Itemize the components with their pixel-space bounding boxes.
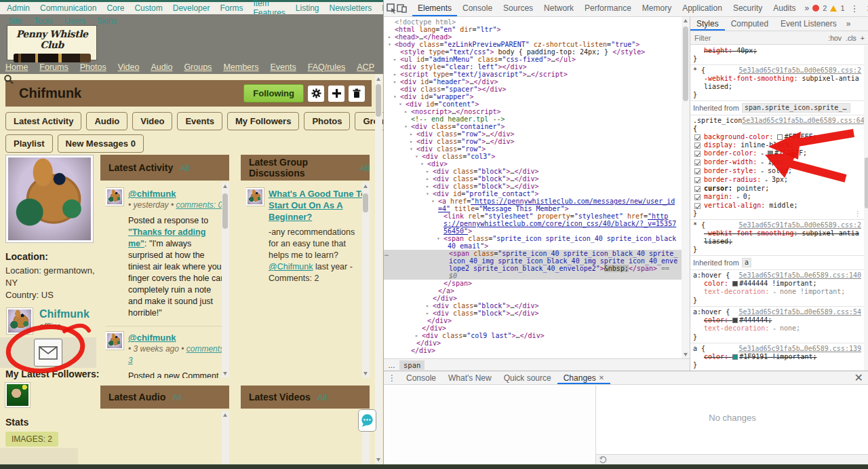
twisty-collapsed-icon[interactable]: ▸: [404, 108, 408, 115]
expand-arrow-icon[interactable]: ▸: [773, 289, 780, 295]
toggle-class-button[interactable]: .cls: [846, 34, 856, 42]
property-checkbox[interactable]: [694, 160, 701, 166]
user-card-avatar[interactable]: [7, 308, 33, 334]
dom-tree-line[interactable]: ▸<div class="row">…</div>: [384, 130, 682, 138]
profile-tab[interactable]: Events: [177, 112, 222, 130]
property-checkbox[interactable]: [694, 143, 701, 149]
twisty-collapsed-icon[interactable]: ▸: [426, 309, 429, 317]
admin-tools-link[interactable]: Tools: [34, 16, 53, 26]
more-tabs-button[interactable]: »: [802, 3, 813, 13]
site-nav-link[interactable]: Groups: [184, 62, 212, 72]
comments-link[interactable]: comments: 0: [176, 200, 222, 210]
color-swatch[interactable]: [732, 318, 738, 323]
profile-tab[interactable]: Video: [132, 112, 172, 130]
site-nav-link[interactable]: Home: [5, 62, 28, 72]
toggle-hover-state-button[interactable]: :hov: [828, 34, 842, 42]
expand-arrow-icon[interactable]: ▸: [765, 177, 772, 183]
property-checkbox[interactable]: [694, 151, 701, 157]
twisty-expanded-icon[interactable]: ▾: [399, 100, 402, 108]
css-property[interactable]: background-color: #FFFFFF;: [693, 133, 861, 141]
drawer-tab-quick-source[interactable]: Quick source: [498, 371, 557, 384]
dom-tree-line[interactable]: ▸<ul id="adminMenu" class="css-fixed">…<…: [384, 56, 682, 63]
css-property[interactable]: cursor: pointer;: [693, 185, 861, 193]
css-property[interactable]: margin: ▸ 0;: [693, 193, 861, 202]
expand-arrow-icon[interactable]: ▸: [761, 168, 768, 174]
twisty-collapsed-icon[interactable]: ▸: [426, 175, 429, 183]
dom-tree-line[interactable]: <link rel="stylesheet" property="stylesh…: [384, 212, 682, 235]
css-selector[interactable]: * {: [693, 221, 705, 229]
css-selector[interactable]: * {: [693, 67, 705, 75]
css-property[interactable]: color: #1F9191 !important;: [693, 353, 861, 361]
admin-menu-link[interactable]: Core: [106, 3, 124, 13]
dom-tree-line[interactable]: <html lang="en" dir="ltr">: [384, 26, 682, 33]
stylesheet-source-link[interactable]: 5e31ad65c91fa5b…d0e6589.css:54: [738, 308, 861, 316]
styles-tab-event-listeners[interactable]: Event Listeners: [774, 17, 843, 31]
site-nav-link[interactable]: FAQ/rules: [308, 62, 346, 72]
dom-tree-line[interactable]: <!-- end header.tpl -->: [384, 115, 682, 123]
stylesheet-source-link[interactable]: 5e31ad65c91fa5b…d0e6589.css:64: [742, 117, 864, 125]
dom-tree-line[interactable]: <style type="text/css"> body { padding-t…: [384, 48, 682, 56]
dom-tree-line[interactable]: ▸<head>…</head>: [384, 33, 682, 41]
styles-tab-styles[interactable]: Styles: [690, 17, 725, 31]
devtools-tab-audits[interactable]: Audits: [768, 0, 801, 16]
dom-tree-line[interactable]: ▾<a href="https://pennywhistleclub.com/m…: [384, 198, 682, 212]
drawer-tab-what's-new[interactable]: What's New: [442, 371, 498, 384]
site-nav-link[interactable]: Audio: [151, 62, 172, 72]
latest-activity-all-link[interactable]: All: [180, 163, 189, 173]
message-member-button[interactable]: [34, 339, 62, 367]
site-logo[interactable]: Penny Whistle Club: [7, 25, 97, 60]
property-checkbox[interactable]: [694, 194, 701, 200]
device-toolbar-icon[interactable]: [397, 1, 407, 16]
color-swatch[interactable]: [777, 134, 783, 140]
admin-tools-link[interactable]: Skins: [97, 16, 117, 26]
admin-menu-link[interactable]: Developer: [173, 3, 210, 13]
latest-videos-all-link[interactable]: All: [317, 392, 327, 402]
twisty-expanded-icon[interactable]: ▾: [404, 123, 408, 130]
profile-photo[interactable]: [5, 155, 94, 243]
dom-tree-line[interactable]: ▸<div class="block">…</div>: [384, 175, 682, 183]
twisty-collapsed-icon[interactable]: ▸: [393, 78, 397, 86]
twisty-collapsed-icon[interactable]: ▸: [426, 183, 429, 190]
dom-tree-line[interactable]: ▾<div>: [384, 160, 682, 168]
profile-tab[interactable]: Photos: [304, 112, 350, 130]
dom-tree-line[interactable]: ▾<div class="container">: [384, 123, 682, 130]
twisty-expanded-icon[interactable]: ▾: [426, 190, 429, 198]
activity-scrollbar[interactable]: [222, 183, 229, 377]
dom-tree-line[interactable]: </div>: [384, 339, 682, 347]
css-property[interactable]: text-decoration: ▸ none !important;: [693, 288, 861, 297]
twisty-collapsed-icon[interactable]: ▸: [393, 56, 397, 63]
chat-widget-button[interactable]: [358, 409, 376, 432]
css-selector[interactable]: a:hover {: [693, 308, 730, 316]
css-property[interactable]: border-width: ▸ 1px;: [693, 158, 861, 167]
devtools-tab-security[interactable]: Security: [728, 0, 768, 16]
discussion-title-link[interactable]: What's A Good Tune To Start Out On As A …: [269, 188, 367, 223]
property-checkbox[interactable]: [694, 186, 701, 192]
twisty-collapsed-icon[interactable]: ▸: [410, 130, 413, 138]
profile-tab[interactable]: My Followers: [227, 112, 299, 130]
twisty-expanded-icon[interactable]: ▾: [388, 41, 391, 48]
dom-tree-line[interactable]: <div style="clear: left"></div>: [384, 63, 682, 71]
new-style-rule-button[interactable]: +: [861, 34, 865, 42]
css-property[interactable]: border-radius: ▸ 3px;: [693, 176, 861, 185]
twisty-expanded-icon[interactable]: ▾: [415, 153, 418, 160]
stylesheet-source-link[interactable]: 5e31ad65c91fa5b…0e6589.css:140: [738, 271, 861, 280]
elements-scrollbar[interactable]: [682, 17, 690, 358]
dom-tree-line[interactable]: ▾<div id="wrapper">: [384, 93, 682, 100]
revert-icon[interactable]: [599, 456, 608, 464]
user-card-name-link[interactable]: Chifmunk: [39, 308, 90, 320]
color-swatch[interactable]: [768, 151, 773, 156]
error-badge-icon[interactable]: [812, 5, 819, 12]
expand-arrow-icon[interactable]: ▸: [736, 194, 743, 200]
twisty-expanded-icon[interactable]: ▾: [431, 198, 435, 205]
user-avatar[interactable]: [106, 188, 123, 206]
css-property[interactable]: color: #444444 !important;: [693, 280, 861, 288]
dom-tree-line[interactable]: ▸<script type="text/javascript">…</scrip…: [384, 71, 682, 78]
admin-tools-link[interactable]: Users: [64, 16, 85, 26]
admin-menu-link[interactable]: Custom: [134, 3, 162, 13]
profile-tab[interactable]: New Messages 0: [58, 134, 144, 153]
dom-tree-line[interactable]: ▸<noscript>…</noscript>: [384, 108, 682, 115]
page-scrollbar[interactable]: [375, 75, 382, 464]
dom-tree-line[interactable]: ▾<body class="ezLinkPreviewPARENT" cz-sh…: [384, 41, 682, 48]
devtools-tab-memory[interactable]: Memory: [637, 0, 677, 16]
css-property[interactable]: vertical-align: middle;: [693, 202, 861, 210]
